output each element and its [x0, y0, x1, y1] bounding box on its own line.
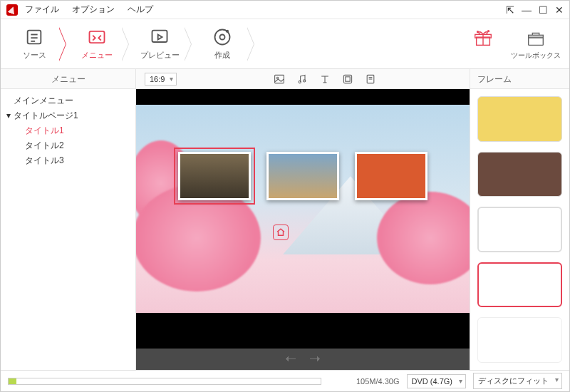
svg-rect-16	[529, 35, 544, 38]
frame-panel	[470, 89, 569, 370]
pin-icon[interactable]: ⇱	[506, 5, 514, 15]
frames-header: フレーム	[470, 69, 569, 88]
store-button[interactable]	[472, 28, 494, 61]
canvas-tools	[274, 73, 376, 85]
menu-file[interactable]: ファイル	[25, 4, 59, 16]
close-icon[interactable]: ✕	[555, 5, 564, 15]
svg-rect-17	[274, 75, 284, 83]
svg-point-9	[227, 31, 228, 32]
aspect-ratio-select[interactable]: 16:9	[145, 73, 177, 86]
tree-title-2[interactable]: タイトル2	[4, 138, 133, 153]
image-icon[interactable]	[274, 73, 285, 85]
step-create-label: 作成	[214, 50, 230, 61]
disc-usage-fill	[9, 378, 16, 384]
preview-canvas: 🠐 🠒	[136, 89, 470, 370]
menu-icon	[87, 27, 107, 47]
svg-point-18	[276, 77, 278, 78]
title-bar: ファイル オプション ヘルプ ⇱ — ☐ ✕	[1, 1, 569, 19]
gift-icon	[472, 28, 494, 49]
minimize-icon[interactable]: —	[522, 5, 532, 15]
tree-header: メニュー	[1, 69, 136, 88]
preview-icon	[150, 27, 170, 47]
disc-usage-bar	[8, 378, 321, 385]
chevron-icon	[247, 27, 260, 61]
frame-option-5[interactable]	[477, 317, 562, 363]
svg-point-19	[299, 81, 301, 83]
app-logo-icon	[6, 4, 18, 16]
thumbnail-1[interactable]	[178, 152, 251, 200]
disc-usage-text: 105M/4.30G	[356, 377, 400, 386]
frame-option-3[interactable]	[477, 207, 562, 252]
stage[interactable]	[136, 89, 470, 349]
thumbnail-row	[172, 152, 434, 200]
svg-rect-15	[529, 37, 544, 45]
blossom-graphic	[136, 185, 261, 292]
svg-rect-24	[343, 75, 351, 83]
prev-page-icon[interactable]: 🠐	[285, 353, 296, 366]
menu-tree: メインメニュー ▾タイトルページ1 タイトル1 タイトル2 タイトル3	[1, 89, 136, 370]
toolbox-button[interactable]: ツールボックス	[511, 28, 561, 61]
main-toolbar: ソース メニュー プレビュー 作成 ツールボックス	[1, 19, 569, 69]
tree-title-3[interactable]: タイトル3	[4, 153, 133, 168]
svg-point-20	[303, 79, 305, 81]
thumbnail-3[interactable]	[355, 152, 428, 200]
sub-header: メニュー 16:9 フレーム	[1, 69, 569, 89]
maximize-icon[interactable]: ☐	[539, 5, 548, 15]
home-button[interactable]	[273, 225, 289, 240]
toolbox-label: ツールボックス	[511, 51, 561, 61]
template-icon[interactable]	[365, 73, 376, 85]
step-source[interactable]: ソース	[9, 27, 59, 61]
tree-title-1[interactable]: タイトル1	[4, 123, 133, 138]
svg-point-13	[477, 31, 479, 32]
fit-select[interactable]: ディスクにフィット	[473, 373, 562, 389]
thumbnail-2[interactable]	[266, 152, 339, 200]
toolbox-icon	[525, 28, 546, 49]
step-menu[interactable]: メニュー	[72, 27, 122, 61]
main-area: メインメニュー ▾タイトルページ1 タイトル1 タイトル2 タイトル3	[1, 89, 569, 370]
chevron-icon	[59, 27, 72, 61]
chevron-icon	[122, 27, 135, 61]
frame-option-1[interactable]	[477, 96, 562, 142]
frame-option-2[interactable]	[477, 152, 562, 197]
source-icon	[24, 27, 44, 47]
svg-marker-6	[158, 35, 162, 40]
chevron-icon	[185, 27, 197, 61]
svg-point-14	[488, 30, 489, 31]
menu-option[interactable]: オプション	[72, 4, 115, 16]
step-menu-label: メニュー	[81, 50, 113, 61]
canvas-toolbar: 16:9	[136, 69, 470, 88]
svg-point-8	[220, 35, 225, 40]
tree-title-page[interactable]: ▾タイトルページ1	[4, 108, 133, 123]
step-create[interactable]: 作成	[197, 27, 247, 61]
step-nav: ソース メニュー プレビュー 作成	[9, 19, 260, 68]
status-bar: 105M/4.30G DVD (4.7G) ディスクにフィット	[1, 370, 569, 391]
home-icon	[276, 227, 286, 237]
toolbar-right: ツールボックス	[472, 28, 561, 61]
create-icon	[212, 27, 232, 47]
chapter-icon[interactable]	[342, 73, 353, 85]
next-page-icon[interactable]: 🠒	[309, 353, 321, 366]
tree-main-menu[interactable]: メインメニュー	[4, 93, 133, 108]
svg-rect-4	[90, 31, 105, 43]
music-icon[interactable]	[296, 73, 308, 85]
disc-type-select[interactable]: DVD (4.7G)	[407, 374, 466, 388]
menu-bar: ファイル オプション ヘルプ	[25, 4, 153, 16]
step-preview-label: プレビュー	[140, 50, 180, 61]
page-nav: 🠐 🠒	[136, 349, 470, 370]
svg-rect-25	[346, 76, 350, 81]
menu-background	[136, 105, 470, 313]
step-preview[interactable]: プレビュー	[135, 27, 185, 61]
step-source-label: ソース	[23, 50, 46, 61]
window-controls: ⇱ — ☐ ✕	[506, 5, 564, 15]
text-icon[interactable]	[319, 73, 331, 85]
frame-option-4-selected[interactable]	[477, 262, 562, 308]
blossom-graphic	[377, 192, 470, 284]
menu-help[interactable]: ヘルプ	[128, 4, 153, 16]
